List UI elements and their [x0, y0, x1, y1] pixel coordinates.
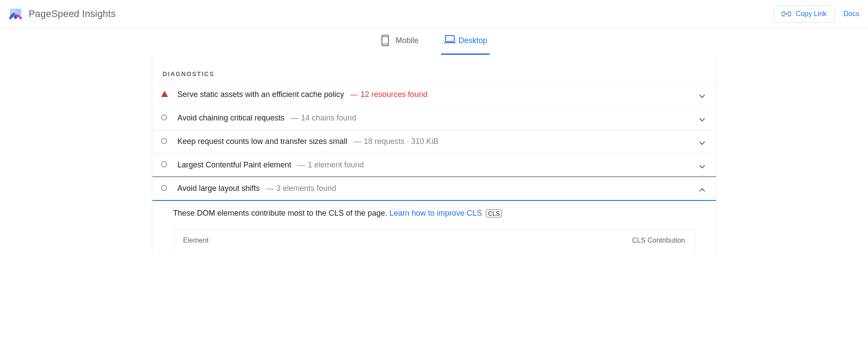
column-cls-contribution: CLS Contribution: [632, 237, 685, 244]
pagespeed-logo-icon: [9, 7, 23, 21]
audit-meta: —1 element found: [297, 160, 364, 170]
chevron-down-icon: [699, 116, 706, 120]
tab-desktop-label: Desktop: [459, 36, 487, 45]
audit-title: Largest Contentful Paint element: [178, 160, 291, 170]
audit-cache-policy[interactable]: Serve static assets with an efficient ca…: [152, 83, 716, 106]
detail-text: These DOM elements contribute most to th…: [173, 209, 387, 217]
chevron-down-icon: [699, 93, 706, 97]
app-header: PageSpeed Insights Copy Link Docs: [0, 0, 868, 28]
audit-lcp-element[interactable]: Largest Contentful Paint element —1 elem…: [152, 153, 716, 177]
audit-layout-shifts[interactable]: Avoid large layout shifts —3 elements fo…: [152, 177, 716, 201]
table-header-row: Element CLS Contribution: [174, 230, 695, 251]
app-title: PageSpeed Insights: [29, 8, 116, 20]
learn-cls-link[interactable]: Learn how to improve CLS: [389, 209, 482, 217]
cls-table: Element CLS Contribution: [173, 229, 695, 251]
device-tabs: Mobile Desktop: [0, 28, 868, 55]
chevron-down-icon: [699, 163, 706, 167]
chevron-up-icon: [699, 187, 706, 191]
info-circle-icon: [161, 185, 169, 193]
audit-meta: —18 requests · 310 KiB: [353, 137, 439, 146]
audit-request-counts[interactable]: Keep request counts low and transfer siz…: [152, 130, 716, 153]
header-right: Copy Link Docs: [773, 5, 859, 23]
audit-meta: —3 elements found: [266, 184, 336, 193]
info-circle-icon: [161, 114, 169, 122]
audit-detail: These DOM elements contribute most to th…: [152, 201, 716, 218]
svg-rect-7: [446, 36, 454, 42]
tab-mobile-label: Mobile: [396, 36, 419, 45]
link-icon: [782, 11, 791, 17]
audit-meta: —12 resources found: [350, 90, 427, 99]
copy-link-button[interactable]: Copy Link: [773, 5, 835, 23]
section-title-diagnostics: DIAGNOSTICS: [152, 55, 716, 83]
svg-point-1: [12, 10, 13, 11]
audit-title: Serve static assets with an efficient ca…: [178, 90, 344, 99]
audit-title: Keep request counts low and transfer siz…: [178, 137, 347, 146]
header-left: PageSpeed Insights: [9, 7, 116, 21]
audit-title: Avoid large layout shifts: [178, 184, 260, 193]
tab-mobile[interactable]: Mobile: [378, 28, 421, 55]
desktop-icon: [444, 34, 453, 47]
tab-desktop[interactable]: Desktop: [441, 28, 490, 55]
audit-chaining-requests[interactable]: Avoid chaining critical requests —14 cha…: [152, 106, 716, 130]
mobile-icon: [381, 34, 390, 47]
column-element: Element: [183, 237, 209, 244]
svg-point-3: [14, 16, 17, 19]
audit-meta: —14 chains found: [290, 113, 356, 123]
chevron-down-icon: [699, 140, 706, 144]
info-circle-icon: [161, 138, 169, 146]
warning-triangle-icon: [161, 91, 169, 99]
docs-link[interactable]: Docs: [844, 10, 859, 18]
info-circle-icon: [161, 161, 169, 169]
diagnostics-panel: DIAGNOSTICS Serve static assets with an …: [152, 55, 716, 251]
cls-badge: CLS: [486, 210, 502, 217]
svg-point-2: [14, 10, 15, 11]
copy-link-label: Copy Link: [795, 10, 826, 18]
audit-title: Avoid chaining critical requests: [178, 113, 285, 123]
